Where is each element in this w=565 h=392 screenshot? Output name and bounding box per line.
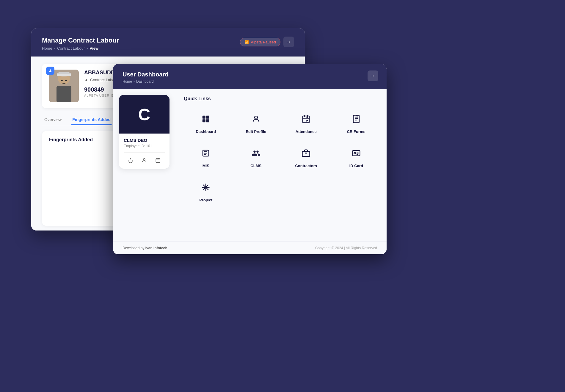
profile-avatar-wrap	[49, 70, 79, 102]
attendance-label: Attendance	[296, 129, 317, 134]
quick-link-mis[interactable]: MIS	[184, 143, 228, 171]
quick-link-project[interactable]: Project	[184, 177, 228, 205]
svg-rect-13	[203, 119, 205, 122]
id-card-icon	[349, 146, 364, 161]
svg-point-9	[143, 159, 145, 160]
back-window-header-right: Alpeta Paused →	[240, 37, 294, 47]
svg-rect-14	[206, 119, 209, 122]
project-label: Project	[199, 198, 212, 202]
svg-point-23	[354, 153, 355, 154]
cr-forms-label: CR Forms	[347, 129, 365, 134]
mis-label: MIS	[203, 164, 209, 168]
edit-profile-label: Edit Profile	[246, 129, 266, 134]
dashboard-icon	[198, 112, 213, 126]
id-card-label: ID Card	[349, 164, 363, 168]
svg-rect-16	[303, 116, 310, 123]
svg-point-17	[307, 116, 308, 118]
tab-overview[interactable]: Overview	[43, 114, 63, 125]
profile-avatar	[49, 70, 79, 102]
edit-profile-icon	[249, 112, 263, 126]
user-dashboard-window: User Dashboard Home - Dashboard → C CLMS…	[113, 64, 387, 254]
svg-rect-4	[57, 74, 71, 76]
attendance-icon	[299, 112, 313, 126]
back-window-header: Manage Contract Labour Home - Contract L…	[31, 28, 305, 57]
contractors-icon	[299, 146, 313, 161]
quick-link-dashboard[interactable]: Dashboard	[184, 109, 228, 137]
project-icon	[198, 180, 213, 195]
employee-name: CLMS DEO	[124, 138, 165, 143]
mis-icon	[198, 146, 213, 161]
svg-rect-6	[61, 80, 63, 81]
svg-point-0	[50, 69, 51, 71]
quick-link-attendance[interactable]: Attendance	[284, 109, 328, 137]
alpeta-badge: Alpeta Paused	[240, 38, 280, 46]
svg-rect-5	[56, 86, 71, 102]
dashboard-breadcrumb: Home - Dashboard	[123, 79, 377, 84]
footer-copyright: Copyright © 2024 | All Rights Reserved	[315, 246, 377, 250]
quick-links-title: Quick Links	[184, 96, 378, 101]
svg-rect-7	[65, 80, 67, 81]
tab-fingerprints[interactable]: Fingerprints Added	[71, 114, 112, 125]
power-icon[interactable]	[126, 156, 135, 164]
svg-point-15	[255, 116, 258, 119]
svg-rect-19	[356, 115, 359, 116]
employee-card-actions	[124, 152, 165, 164]
logout-button-front[interactable]: →	[368, 70, 378, 81]
cr-forms-icon	[349, 112, 364, 126]
quick-links-grid: Dashboard Edit Profile Attendance	[184, 109, 378, 205]
logo-letter: C	[138, 105, 150, 124]
front-window-body: C CLMS DEO Employee ID: 101	[113, 89, 387, 254]
calendar-icon[interactable]	[154, 156, 162, 164]
employee-card-logo: C	[119, 95, 170, 134]
dashboard-label: Dashboard	[196, 129, 216, 134]
employee-card: C CLMS DEO Employee ID: 101	[119, 95, 170, 169]
quick-link-cr-forms[interactable]: CR Forms	[334, 109, 379, 137]
employee-id: Employee ID: 101	[124, 144, 165, 148]
front-window-footer: Developed by Ivan Infotech Copyright © 2…	[113, 242, 387, 254]
svg-rect-10	[156, 159, 160, 163]
svg-point-8	[86, 79, 87, 80]
clms-icon	[249, 146, 263, 161]
front-window-header-right: →	[368, 70, 378, 81]
quick-link-id-card[interactable]: ID Card	[334, 143, 379, 171]
contractors-label: Contractors	[295, 164, 317, 168]
clms-label: CLMS	[250, 164, 261, 168]
dashboard-title: User Dashboard	[123, 71, 377, 78]
employee-card-info: CLMS DEO Employee ID: 101	[119, 134, 170, 169]
quick-link-clms[interactable]: CLMS	[234, 143, 278, 171]
wifi-icon	[244, 40, 249, 44]
logout-button-back[interactable]: →	[283, 37, 294, 47]
front-window-header: User Dashboard Home - Dashboard →	[113, 64, 387, 89]
svg-rect-12	[206, 116, 209, 119]
person-icon[interactable]	[140, 156, 148, 164]
profile-avatar-icon	[46, 67, 54, 75]
svg-rect-11	[203, 116, 205, 119]
quick-link-edit-profile[interactable]: Edit Profile	[234, 109, 278, 137]
footer-developer: Developed by Ivan Infotech	[123, 246, 167, 250]
quick-link-contractors[interactable]: Contractors	[284, 143, 328, 171]
quick-links-panel: Quick Links Dashboard Edit Profile	[175, 89, 387, 254]
employee-card-panel: C CLMS DEO Employee ID: 101	[113, 89, 175, 254]
svg-point-24	[205, 186, 207, 189]
